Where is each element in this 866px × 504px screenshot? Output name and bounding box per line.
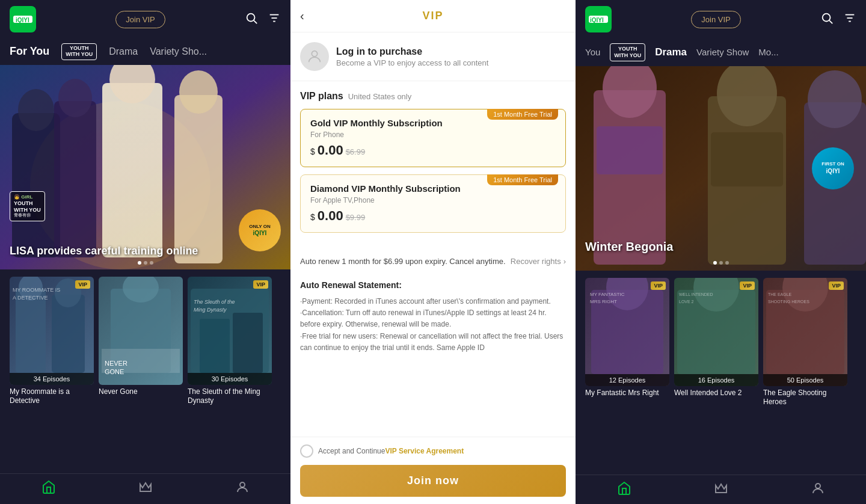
gold-plan-price: $ 0.00 $6.99 bbox=[310, 143, 556, 158]
left-header: iQIYI Join VIP bbox=[0, 0, 290, 38]
vip-plans-header: VIP plans United States only bbox=[300, 91, 566, 102]
recover-rights-button[interactable]: Recover rights › bbox=[511, 257, 566, 266]
nav-variety-right[interactable]: Variety Show bbox=[696, 47, 749, 57]
diamond-vip-plan[interactable]: 1st Month Free Trial Diamond VIP Monthly… bbox=[300, 174, 566, 233]
svg-text:Ming Dynasty: Ming Dynasty bbox=[194, 307, 227, 313]
filter-icon-left[interactable] bbox=[268, 11, 281, 28]
hero-youth-logo: 👧 GiRL YOUTH WITH YOU 青春有你 bbox=[10, 191, 45, 221]
modal-header: ‹ VIP bbox=[290, 0, 576, 32]
card-well-intended[interactable]: WELL INTENDED LOVE 2 VIP 16 Episodes Wel… bbox=[674, 278, 758, 467]
svg-rect-48 bbox=[711, 132, 783, 186]
right-panel: iQIYI Join VIP You YOUTHWITH YOU Drama V… bbox=[576, 0, 866, 504]
modal-title: VIP bbox=[422, 10, 443, 22]
login-sub-text: Become a VIP to enjoy access to all cont… bbox=[336, 58, 488, 67]
vip-badge-3: VIP bbox=[253, 280, 268, 289]
join-vip-button-left[interactable]: Join VIP bbox=[115, 11, 165, 28]
card-title-6: The Eagle Shooting Heroes bbox=[763, 389, 847, 407]
hero-banner-right[interactable]: FIRST ON iQIYI Winter Begonia bbox=[576, 66, 866, 271]
vip-badge-5: VIP bbox=[740, 281, 755, 290]
vip-modal: ‹ VIP Log in to purchase Become a VIP to… bbox=[290, 0, 576, 504]
free-trial-badge-diamond: 1st Month Free Trial bbox=[487, 174, 558, 185]
card-img-5: WELL INTENDED LOVE 2 VIP 16 Episodes bbox=[674, 278, 758, 386]
card-title-3: The Sleuth of the Ming Dynasty bbox=[188, 387, 272, 406]
svg-point-33 bbox=[240, 482, 245, 487]
bottom-nav-profile-left[interactable] bbox=[235, 480, 250, 498]
gold-plan-device: For Phone bbox=[310, 131, 556, 139]
accept-checkbox[interactable] bbox=[300, 444, 313, 458]
hero-dots-left bbox=[138, 261, 153, 265]
home-icon-right bbox=[617, 481, 631, 498]
back-button[interactable]: ‹ bbox=[300, 9, 304, 23]
vip-plans-subtitle: United States only bbox=[348, 92, 412, 101]
episodes-1: 34 Episodes bbox=[10, 373, 94, 385]
vip-service-agreement-link[interactable]: VIP Service Agreement bbox=[385, 447, 464, 455]
avatar-placeholder bbox=[300, 42, 329, 71]
join-vip-button-right[interactable]: Join VIP bbox=[691, 11, 740, 28]
svg-text:GONE: GONE bbox=[105, 368, 124, 375]
svg-point-15 bbox=[179, 70, 218, 114]
nav-drama-left[interactable]: Drama bbox=[109, 46, 138, 57]
renewal-statement-title: Auto Renewal Statement: bbox=[300, 280, 566, 290]
free-trial-badge-gold: 1st Month Free Trial bbox=[487, 109, 558, 120]
card-title-5: Well Intended Love 2 bbox=[674, 389, 758, 398]
svg-rect-17 bbox=[16, 289, 46, 373]
svg-point-2 bbox=[247, 13, 255, 21]
nav-you-right[interactable]: You bbox=[585, 47, 600, 57]
content-grid-right: MY FANTASTIC MRS RIGHT VIP 12 Episodes M… bbox=[576, 271, 866, 475]
bottom-nav-vip-left[interactable] bbox=[138, 480, 153, 498]
right-nav: You YOUTHWITH YOU Drama Variety Show Mo.… bbox=[576, 38, 866, 66]
svg-point-63 bbox=[815, 484, 820, 488]
episodes-4: 12 Episodes bbox=[585, 374, 669, 386]
svg-rect-10 bbox=[54, 101, 96, 257]
bottom-nav-home-right[interactable] bbox=[617, 481, 631, 498]
card-img-3: The Sleuth of the Ming Dynasty VIP 30 Ep… bbox=[188, 277, 272, 385]
iqiyi-logo-right: iQIYI bbox=[585, 6, 612, 32]
svg-rect-8 bbox=[12, 113, 60, 257]
svg-point-37 bbox=[823, 13, 831, 21]
card-img-6: THE EAGLE SHOOTING HEROES VIP 50 Episode… bbox=[763, 278, 847, 386]
filter-icon-right[interactable] bbox=[843, 11, 856, 28]
card-never-gone[interactable]: NEVER GONE Never Gone bbox=[99, 277, 183, 466]
nav-for-you[interactable]: For You bbox=[10, 45, 49, 58]
svg-point-34 bbox=[312, 51, 317, 57]
crown-icon-left bbox=[138, 480, 153, 498]
svg-text:NEVER: NEVER bbox=[105, 360, 127, 367]
episodes-3: 30 Episodes bbox=[188, 373, 272, 385]
svg-text:A DETECTIVE: A DETECTIVE bbox=[13, 295, 48, 301]
card-img-2: NEVER GONE bbox=[99, 277, 183, 385]
profile-icon-right bbox=[811, 481, 825, 498]
bottom-nav-vip-right[interactable] bbox=[714, 481, 728, 498]
nav-youth-badge-left[interactable]: YOUTHWITH YOU bbox=[61, 43, 97, 60]
svg-text:SHOOTING HEROES: SHOOTING HEROES bbox=[768, 300, 809, 304]
nav-drama-right[interactable]: Drama bbox=[655, 46, 687, 58]
card-img-1: MY ROOMMATE IS A DETECTIVE VIP 34 Episod… bbox=[10, 277, 94, 385]
nav-more-right[interactable]: Mo... bbox=[758, 47, 778, 57]
search-icon-right[interactable] bbox=[820, 11, 834, 28]
nav-youth-badge-right[interactable]: YOUTHWITH YOU bbox=[610, 43, 645, 61]
card-img-4: MY FANTASTIC MRS RIGHT VIP 12 Episodes bbox=[585, 278, 669, 386]
svg-text:MY FANTASTIC: MY FANTASTIC bbox=[590, 292, 625, 297]
join-now-button[interactable]: Join now bbox=[300, 465, 566, 497]
hero-banner-left[interactable]: 👧 GiRL YOUTH WITH YOU 青春有你 ONLY ON iQIYI… bbox=[0, 65, 290, 269]
renewal-statement: Auto Renewal Statement: ·Payment: Record… bbox=[290, 273, 576, 361]
home-icon-left bbox=[41, 480, 56, 498]
bottom-nav-home-left[interactable] bbox=[41, 480, 56, 498]
crown-icon-right bbox=[714, 481, 728, 498]
card-my-roommate[interactable]: MY ROOMMATE IS A DETECTIVE VIP 34 Episod… bbox=[10, 277, 94, 466]
login-section[interactable]: Log in to purchase Become a VIP to enjoy… bbox=[290, 32, 576, 81]
svg-text:THE EAGLE: THE EAGLE bbox=[768, 292, 792, 297]
card-title-4: My Fantastic Mrs Right bbox=[585, 389, 669, 398]
bottom-nav-right bbox=[576, 475, 866, 504]
svg-rect-45 bbox=[597, 126, 663, 174]
card-fantastic-mrs[interactable]: MY FANTASTIC MRS RIGHT VIP 12 Episodes M… bbox=[585, 278, 669, 467]
card-sleuth[interactable]: The Sleuth of the Ming Dynasty VIP 30 Ep… bbox=[188, 277, 272, 466]
nav-variety-left[interactable]: Variety Sho... bbox=[150, 46, 207, 57]
card-title-1: My Roommate is a Detective bbox=[10, 387, 94, 406]
bottom-nav-profile-right[interactable] bbox=[811, 481, 825, 498]
left-nav: For You YOUTHWITH YOU Drama Variety Sho.… bbox=[0, 38, 290, 65]
modal-body: Log in to purchase Become a VIP to enjoy… bbox=[290, 32, 576, 437]
search-icon-left[interactable] bbox=[245, 11, 258, 28]
modal-footer: Accept and ContinueVIP Service Agreement… bbox=[290, 437, 576, 504]
card-eagle-shooting[interactable]: THE EAGLE SHOOTING HEROES VIP 50 Episode… bbox=[763, 278, 847, 467]
gold-vip-plan[interactable]: 1st Month Free Trial Gold VIP Monthly Su… bbox=[300, 109, 566, 167]
